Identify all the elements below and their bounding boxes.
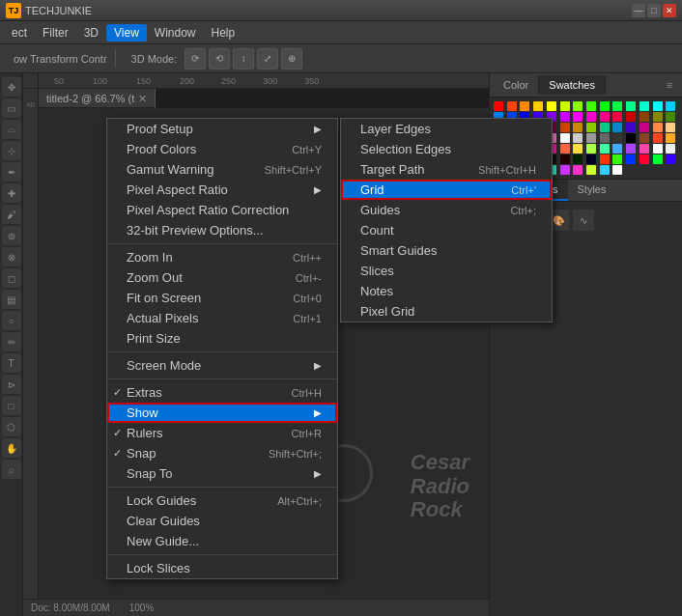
menu-item-snap[interactable]: SnapShift+Ctrl+; (107, 443, 337, 463)
swatch-item[interactable] (560, 165, 570, 175)
tool-path[interactable]: ⊳ (2, 375, 21, 394)
swatch-item[interactable] (666, 112, 675, 122)
menu-item-show[interactable]: Show▶ (107, 403, 337, 423)
swatch-item[interactable] (600, 144, 610, 154)
swatch-item[interactable] (573, 112, 583, 122)
menu-window[interactable]: Window (147, 24, 204, 42)
tool-select[interactable]: ▭ (2, 98, 21, 118)
swatch-item[interactable] (612, 112, 622, 122)
menu-item-lock-slices[interactable]: Lock Slices (107, 558, 337, 578)
submenu-item-slices[interactable]: Slices (341, 261, 552, 281)
swatch-item[interactable] (626, 101, 636, 111)
tab-swatches[interactable]: Swatches (539, 75, 606, 95)
swatch-item[interactable] (586, 144, 596, 154)
swatch-item[interactable] (547, 101, 556, 111)
menu-item-gamut-warning[interactable]: Gamut WarningShift+Ctrl+Y (107, 159, 337, 180)
swatch-item[interactable] (666, 144, 675, 154)
menu-filter[interactable]: Filter (35, 24, 76, 42)
menu-item-snap-to[interactable]: Snap To▶ (107, 463, 337, 484)
submenu-item-grid[interactable]: GridCtrl+' (341, 180, 552, 200)
swatch-item[interactable] (639, 123, 649, 132)
menu-item-screen-mode[interactable]: Screen Mode▶ (107, 355, 337, 376)
swatch-item[interactable] (666, 154, 675, 164)
swatch-item[interactable] (586, 154, 596, 164)
tool-clone[interactable]: ⊚ (2, 226, 21, 245)
tab-color[interactable]: Color (494, 75, 539, 95)
menu-item-pixel-aspect-ratio[interactable]: Pixel Aspect Ratio▶ (107, 180, 337, 200)
menu-item-actual-pixels[interactable]: Actual PixelsCtrl+1 (107, 308, 337, 328)
swatch-item[interactable] (653, 133, 663, 143)
menu-view[interactable]: View (106, 24, 147, 42)
swatch-item[interactable] (639, 133, 649, 143)
swatch-item[interactable] (560, 144, 570, 154)
swatch-item[interactable] (653, 144, 663, 154)
tool-shape[interactable]: □ (2, 396, 21, 415)
3d-tool-3[interactable]: ↕ (233, 48, 254, 70)
swatch-item[interactable] (520, 101, 529, 111)
swatch-item[interactable] (573, 165, 583, 175)
menu-item-extras[interactable]: ExtrasCtrl+H (107, 382, 337, 403)
menu-item-rulers[interactable]: RulersCtrl+R (107, 423, 337, 443)
submenu-item-guides[interactable]: GuidesCtrl+; (341, 200, 552, 220)
swatch-item[interactable] (573, 154, 583, 164)
swatch-item[interactable] (626, 123, 636, 132)
swatch-item[interactable] (586, 165, 596, 175)
swatch-item[interactable] (573, 144, 583, 154)
swatch-item[interactable] (586, 123, 596, 132)
swatch-item[interactable] (600, 101, 610, 111)
menu-item-fit-on-screen[interactable]: Fit on ScreenCtrl+0 (107, 288, 337, 308)
submenu-item-count[interactable]: Count (341, 220, 552, 240)
tool-gradient[interactable]: ▤ (2, 290, 21, 309)
menu-ect[interactable]: ect (4, 24, 35, 42)
tool-3d[interactable]: ⬡ (2, 417, 21, 436)
adj-curves[interactable]: ∿ (573, 210, 594, 231)
swatch-item[interactable] (626, 154, 636, 164)
swatch-item[interactable] (600, 154, 610, 164)
tool-type[interactable]: T (2, 353, 21, 373)
swatch-item[interactable] (639, 144, 649, 154)
submenu-item-smart-guides[interactable]: Smart Guides (341, 240, 552, 261)
tool-eyedrop[interactable]: ✒ (2, 162, 21, 182)
menu-item-zoom-in[interactable]: Zoom InCtrl++ (107, 247, 337, 267)
swatch-item[interactable] (533, 101, 543, 111)
swatch-item[interactable] (586, 112, 596, 122)
tool-move[interactable]: ✥ (2, 77, 21, 97)
menu-item-zoom-out[interactable]: Zoom OutCtrl+- (107, 267, 337, 288)
swatch-item[interactable] (560, 154, 570, 164)
swatch-item[interactable] (612, 133, 622, 143)
swatch-item[interactable] (612, 154, 622, 164)
tool-brush[interactable]: 🖌 (2, 205, 21, 224)
tool-crop[interactable]: ⊹ (2, 141, 21, 160)
tool-history[interactable]: ⊗ (2, 247, 21, 266)
tool-heal[interactable]: ✚ (2, 183, 21, 203)
tool-pen[interactable]: ✏ (2, 332, 21, 351)
swatch-item[interactable] (653, 154, 663, 164)
tool-eraser[interactable]: ◻ (2, 268, 21, 288)
panel-menu-icon[interactable]: ≡ (661, 76, 678, 94)
swatch-item[interactable] (612, 165, 622, 175)
swatch-item[interactable] (600, 165, 610, 175)
minimize-button[interactable]: — (632, 4, 645, 17)
swatch-item[interactable] (573, 101, 583, 111)
tool-dodge[interactable]: ○ (2, 311, 21, 330)
swatch-item[interactable] (494, 101, 503, 111)
swatch-item[interactable] (612, 101, 622, 111)
swatch-item[interactable] (666, 133, 675, 143)
submenu-item-target-path[interactable]: Target PathShift+Ctrl+H (341, 159, 552, 180)
maximize-button[interactable]: □ (647, 4, 661, 17)
swatch-item[interactable] (600, 123, 610, 132)
swatch-item[interactable] (612, 123, 622, 132)
swatch-item[interactable] (639, 154, 649, 164)
swatch-item[interactable] (560, 101, 570, 111)
swatch-item[interactable] (639, 101, 649, 111)
3d-tool-5[interactable]: ⊕ (281, 48, 302, 70)
3d-tool-4[interactable]: ⤢ (257, 48, 278, 70)
menu-item-lock-guides[interactable]: Lock GuidesAlt+Ctrl+; (107, 490, 337, 511)
swatch-item[interactable] (653, 112, 663, 122)
menu-item-print-size[interactable]: Print Size (107, 328, 337, 349)
swatch-item[interactable] (666, 101, 675, 111)
swatch-item[interactable] (560, 112, 570, 122)
swatch-item[interactable] (573, 123, 583, 132)
swatch-item[interactable] (666, 123, 675, 132)
menu-item-32-bit-preview-options[interactable]: 32-bit Preview Options... (107, 220, 337, 240)
